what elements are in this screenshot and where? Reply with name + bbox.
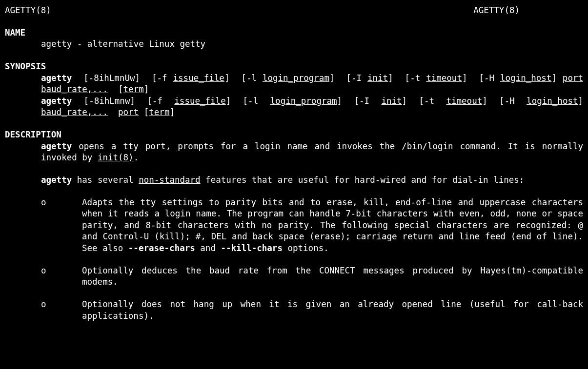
close-bracket-icon: ] <box>388 73 393 83</box>
option-erase-chars: --erase-chars <box>128 243 195 253</box>
desc-text: has several <box>72 175 139 185</box>
description-para-1: agetty opens a tty port, prompts for a l… <box>41 141 583 164</box>
synopsis-line-2: agetty [-8ihLmnw] [-f issue_file] [-l lo… <box>41 96 583 118</box>
close-bracket-icon: ] <box>329 73 335 83</box>
header-left: AGETTY(8) <box>5 5 51 17</box>
desc-text: . <box>134 153 139 162</box>
syn-login-host: login_host <box>527 96 578 106</box>
section-synopsis-head: SYNOPSIS <box>5 61 583 73</box>
man-header: AGETTY(8) AGETTY(8) <box>5 5 583 17</box>
syn-port: port <box>118 107 139 117</box>
syn-I-open: [-I <box>354 96 381 106</box>
syn-issue-file: issue_file <box>174 96 225 106</box>
section-description-head: DESCRIPTION <box>5 129 583 141</box>
desc-text: features that are useful for hard-wired … <box>201 175 525 185</box>
bullet-text: Optionally does not hang up when it is g… <box>82 299 583 322</box>
bullet-text: Optionally deduces the baud rate from th… <box>82 265 583 288</box>
syn-H-open: [-H <box>499 96 527 106</box>
close-bracket-icon: ] <box>169 107 175 117</box>
syn-flags: [-8ihLmnUw] <box>83 73 140 83</box>
syn-I-open: [-I <box>346 73 362 83</box>
syn-l-open: [-l <box>241 73 257 83</box>
bullet-text: Adapts the tty settings to parity bits a… <box>82 197 583 254</box>
syn-login-program: login_program <box>270 96 337 106</box>
man-page: AGETTY(8) AGETTY(8) NAME agetty - altern… <box>0 0 588 327</box>
bullet-icon: o <box>41 265 82 288</box>
syn-timeout: timeout <box>426 73 462 83</box>
bullet-icon: o <box>41 299 82 322</box>
synopsis-line-1: agetty [-8ihLmnUw] [-f issue_file] [-l l… <box>41 73 583 96</box>
section-name-head: NAME <box>5 27 583 39</box>
open-bracket-icon: [ <box>144 107 149 117</box>
syn-baud: baud_rate,... <box>41 84 108 94</box>
syn-t-open: [-t <box>405 73 421 83</box>
close-bracket-icon: ] <box>337 96 354 106</box>
syn-f-open: [-f <box>147 96 174 106</box>
close-bracket-icon: ] <box>578 96 583 106</box>
close-bracket-icon: ] <box>144 84 149 94</box>
syn-H-open: [-H <box>479 73 494 83</box>
close-bracket-icon: ] <box>402 96 419 106</box>
close-bracket-icon: ] <box>551 73 557 83</box>
open-bracket-icon: [ <box>118 84 123 94</box>
desc-cmd: agetty <box>41 175 72 185</box>
syn-cmd: agetty <box>41 96 72 106</box>
header-right: AGETTY(8) <box>473 5 520 17</box>
bullet-text-part: options. <box>283 243 329 253</box>
syn-t-open: [-t <box>419 96 446 106</box>
close-bracket-icon: ] <box>224 73 230 83</box>
syn-baud: baud_rate,... <box>41 107 108 117</box>
description-para-2: agetty has several non-standard features… <box>41 175 583 186</box>
bullet-text-part: and <box>195 243 221 253</box>
non-standard-term: non-standard <box>139 175 200 185</box>
syn-flags: [-8ihLmnw] <box>84 96 135 106</box>
syn-l-open: [-l <box>243 96 270 106</box>
synopsis-block: agetty [-8ihLmnUw] [-f issue_file] [-l l… <box>41 73 583 119</box>
bullet-icon: o <box>41 197 82 254</box>
close-bracket-icon: ] <box>482 96 499 106</box>
desc-cmd: agetty <box>41 141 72 151</box>
option-kill-chars: --kill-chars <box>221 243 282 253</box>
syn-term: term <box>123 84 144 94</box>
syn-login-host: login_host <box>500 73 551 83</box>
syn-init: init <box>367 73 388 83</box>
section-name-text: agetty - alternative Linux getty <box>41 39 583 50</box>
syn-port: port <box>563 73 583 83</box>
close-bracket-icon: ] <box>462 73 467 83</box>
syn-login-program: login_program <box>263 73 329 83</box>
bullet-item-2: o Optionally deduces the baud rate from … <box>41 265 583 288</box>
syn-init: init <box>381 96 402 106</box>
syn-term: term <box>149 107 169 117</box>
syn-f-open: [-f <box>152 73 167 83</box>
bullet-item-3: o Optionally does not hang up when it is… <box>41 299 583 322</box>
init-link[interactable]: init(8) <box>98 153 134 162</box>
bullet-item-1: o Adapts the tty settings to parity bits… <box>41 197 583 254</box>
close-bracket-icon: ] <box>226 96 243 106</box>
syn-timeout: timeout <box>446 96 482 106</box>
syn-cmd: agetty <box>41 73 72 83</box>
syn-issue-file: issue_file <box>173 73 224 83</box>
